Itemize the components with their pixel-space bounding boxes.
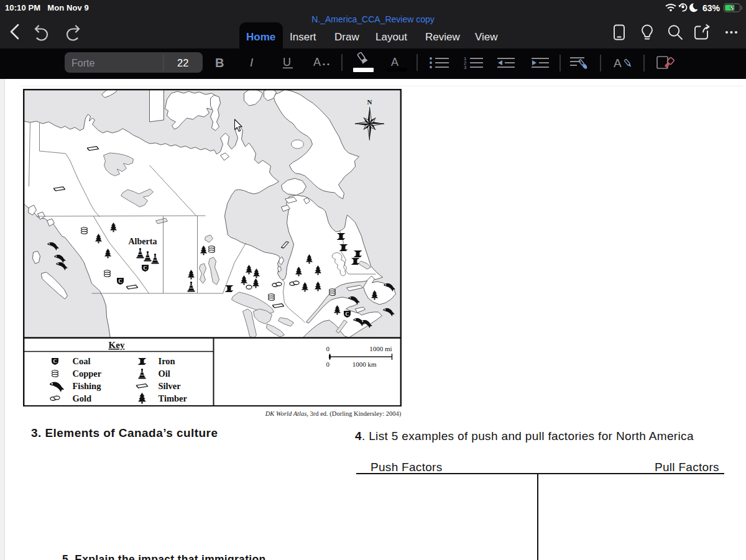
svg-text:U: U [283,56,291,68]
svg-text:Iron: Iron [158,356,175,366]
svg-text:Alberta: Alberta [128,237,157,246]
svg-text:1000 km: 1000 km [352,360,376,368]
svg-text:Gold: Gold [72,393,91,403]
svg-text:63%: 63% [702,3,721,13]
svg-text:Forte: Forte [71,58,94,68]
svg-text:22: 22 [177,57,188,68]
svg-text:Fishing: Fishing [72,381,101,391]
svg-text:Silver: Silver [158,381,181,391]
svg-text:0: 0 [326,345,329,352]
svg-text:1000 mi: 1000 mi [369,345,392,352]
svg-text:A: A [391,56,398,68]
svg-text:A: A [614,57,622,70]
svg-text:0: 0 [326,360,329,368]
svg-text:Timber: Timber [158,393,187,403]
svg-text:Copper: Copper [72,369,101,379]
svg-text:3: 3 [464,65,467,70]
svg-text:B: B [215,56,224,70]
svg-text:Key: Key [108,340,124,350]
svg-text:I: I [250,56,254,69]
svg-text:Coal: Coal [72,356,90,366]
svg-text:Oil: Oil [158,369,170,379]
svg-text:A: A [313,56,321,68]
svg-text:N: N [367,98,372,106]
